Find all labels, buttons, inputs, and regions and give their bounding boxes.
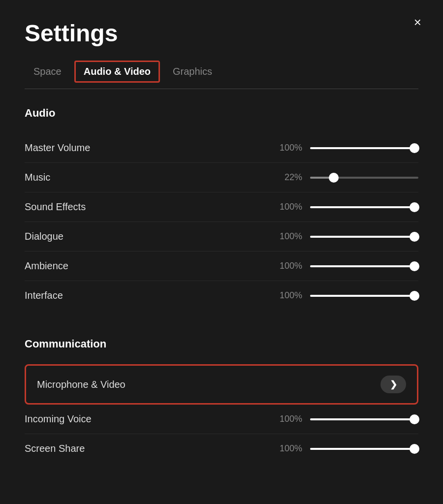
incoming-voice-thumb[interactable] [410, 414, 419, 424]
tabs-container: Space Audio & Video Graphics [25, 61, 418, 83]
screen-share-value: 100% [277, 443, 302, 454]
audio-section: Audio Master Volume 100% Music 22% [25, 107, 418, 310]
dialogue-row: Dialogue 100% [25, 222, 418, 252]
chevron-right-icon: ❯ [390, 379, 397, 390]
communication-section-title: Communication [25, 338, 418, 350]
ambience-value: 100% [277, 261, 302, 271]
master-volume-track [310, 147, 418, 149]
incoming-voice-value: 100% [277, 414, 302, 424]
sound-effects-label: Sound Effects [25, 201, 86, 213]
incoming-voice-control: 100% [277, 414, 418, 424]
incoming-voice-track [310, 418, 418, 420]
dialogue-value: 100% [277, 231, 302, 242]
interface-label: Interface [25, 290, 63, 301]
master-volume-control: 100% [277, 143, 418, 153]
interface-track [310, 295, 418, 297]
incoming-voice-label: Incoming Voice [25, 413, 92, 425]
ambience-fill [310, 265, 418, 267]
sound-effects-value: 100% [277, 202, 302, 212]
audio-section-title: Audio [25, 107, 418, 120]
sound-effects-slider[interactable] [310, 202, 418, 212]
microphone-video-label: Microphone & Video [37, 379, 126, 390]
microphone-video-chevron-button[interactable]: ❯ [380, 376, 406, 393]
music-thumb[interactable] [329, 173, 339, 183]
screen-share-fill [310, 448, 418, 450]
dialogue-track [310, 236, 418, 238]
screen-share-thumb[interactable] [410, 444, 419, 454]
master-volume-thumb[interactable] [410, 143, 419, 153]
incoming-voice-slider[interactable] [310, 414, 418, 424]
interface-slider[interactable] [310, 291, 418, 301]
music-slider[interactable] [310, 173, 418, 183]
dialogue-slider[interactable] [310, 232, 418, 242]
screen-share-row: Screen Share 100% [25, 434, 418, 463]
tab-divider [25, 89, 418, 89]
ambience-track [310, 265, 418, 267]
ambience-control: 100% [277, 261, 418, 271]
dialogue-control: 100% [277, 231, 418, 242]
sound-effects-track [310, 206, 418, 208]
dialogue-label: Dialogue [25, 231, 63, 242]
master-volume-slider[interactable] [310, 143, 418, 153]
settings-modal: × Settings Space Audio & Video Graphics … [0, 0, 443, 504]
interface-thumb[interactable] [410, 291, 419, 301]
section-gap [25, 314, 418, 334]
music-label: Music [25, 172, 50, 183]
ambience-thumb[interactable] [410, 261, 419, 271]
screen-share-track [310, 448, 418, 450]
music-track [310, 177, 418, 179]
screen-share-label: Screen Share [25, 443, 85, 454]
dialogue-fill [310, 236, 418, 238]
dialogue-thumb[interactable] [410, 232, 419, 242]
master-volume-row: Master Volume 100% [25, 133, 418, 163]
master-volume-value: 100% [277, 143, 302, 153]
music-control: 22% [277, 172, 418, 183]
microphone-video-row[interactable]: Microphone & Video ❯ [25, 364, 418, 405]
master-volume-label: Master Volume [25, 142, 90, 154]
tab-audio-video[interactable]: Audio & Video [74, 61, 160, 83]
sound-effects-control: 100% [277, 202, 418, 212]
interface-row: Interface 100% [25, 281, 418, 310]
interface-control: 100% [277, 290, 418, 301]
communication-section: Communication Microphone & Video ❯ Incom… [25, 338, 418, 463]
incoming-voice-row: Incoming Voice 100% [25, 405, 418, 434]
master-volume-fill [310, 147, 418, 149]
page-title: Settings [25, 20, 418, 47]
ambience-slider[interactable] [310, 261, 418, 271]
incoming-voice-fill [310, 418, 418, 420]
sound-effects-row: Sound Effects 100% [25, 192, 418, 222]
interface-value: 100% [277, 290, 302, 301]
screen-share-slider[interactable] [310, 444, 418, 454]
sound-effects-fill [310, 206, 418, 208]
ambience-label: Ambience [25, 260, 68, 272]
interface-fill [310, 295, 418, 297]
close-button[interactable]: × [412, 14, 423, 31]
music-row: Music 22% [25, 163, 418, 192]
tab-graphics[interactable]: Graphics [164, 61, 221, 82]
tab-space[interactable]: Space [25, 61, 70, 82]
ambience-row: Ambience 100% [25, 252, 418, 281]
music-value: 22% [277, 172, 302, 183]
sound-effects-thumb[interactable] [410, 202, 419, 212]
screen-share-control: 100% [277, 443, 418, 454]
